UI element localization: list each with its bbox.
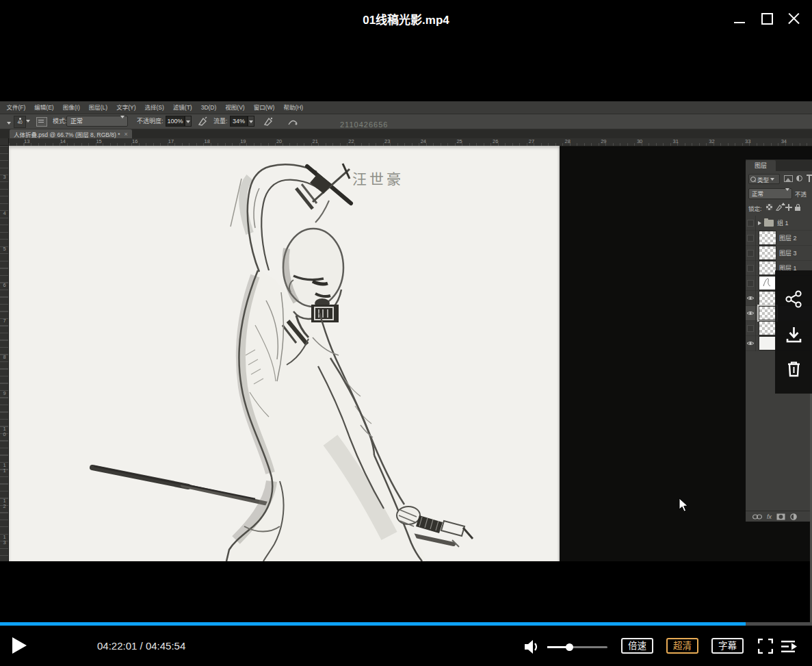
mask-icon[interactable]	[776, 513, 785, 520]
lock-position-icon[interactable]	[785, 204, 792, 211]
ruler-left-number: 11	[1, 462, 8, 473]
panel-toggle-icon[interactable]	[36, 117, 47, 127]
document-tab[interactable]: 人体折叠.psd @ 66.7% (图层 8, RGB/8) * ×	[10, 129, 132, 138]
mouse-cursor-icon	[679, 498, 690, 513]
mode-select[interactable]: 正常	[66, 116, 128, 127]
menu-item-7[interactable]: 3D(D)	[196, 101, 221, 114]
menu-item-3[interactable]: 图层(L)	[84, 101, 112, 114]
signature-text: 汪世豪	[352, 171, 404, 188]
eye-icon[interactable]	[746, 306, 756, 321]
menu-item-6[interactable]: 滤镜(T)	[168, 101, 196, 114]
flow-field[interactable]: 34%	[230, 116, 248, 127]
close-icon[interactable]	[785, 10, 803, 27]
ruler-left-number: 10	[1, 426, 8, 437]
lock-all-icon[interactable]	[795, 204, 800, 211]
menu-item-9[interactable]: 窗口(W)	[249, 101, 279, 114]
picture-filter-icon[interactable]	[784, 175, 793, 182]
filter-type-select[interactable]: 类型	[748, 174, 780, 184]
menu-item-4[interactable]: 文字(Y)	[112, 101, 140, 114]
eye-well[interactable]	[746, 276, 756, 291]
eye-well[interactable]	[746, 216, 756, 231]
tab-layers[interactable]: 图层	[746, 160, 776, 171]
eye-well[interactable]	[746, 246, 756, 261]
layer-thumbnail[interactable]	[759, 336, 776, 350]
lock-transparent-icon[interactable]	[766, 204, 772, 210]
volume-knob[interactable]	[566, 643, 573, 651]
layer-row-0[interactable]: 组 1	[746, 216, 812, 231]
trash-icon[interactable]	[785, 359, 803, 378]
opacity-field[interactable]: 100%	[166, 116, 185, 127]
eye-well[interactable]	[746, 321, 756, 336]
flow-label: 流量:	[213, 114, 228, 129]
ruler-top-number: 29	[601, 138, 606, 144]
layer-thumbnail[interactable]	[759, 291, 776, 305]
ruler-left-number: 3	[1, 174, 8, 179]
pressure-icon[interactable]	[287, 116, 298, 127]
adjustment-filter-icon[interactable]	[796, 175, 802, 181]
flow-arrow-icon[interactable]	[248, 116, 254, 127]
menu-item-8[interactable]: 视图(V)	[221, 101, 249, 114]
eye-well[interactable]	[746, 261, 756, 276]
subtitles-button[interactable]: 字幕	[711, 638, 744, 654]
menu-item-10[interactable]: 帮助(H)	[279, 101, 308, 114]
fullscreen-icon[interactable]	[758, 639, 773, 654]
folder-icon	[764, 220, 774, 227]
opacity-arrow-icon[interactable]	[185, 116, 192, 127]
link-icon[interactable]	[752, 514, 762, 520]
tab-close-icon[interactable]: ×	[125, 131, 128, 138]
lock-image-icon[interactable]	[776, 204, 783, 211]
eye-icon[interactable]	[746, 291, 756, 306]
ruler-top-number: 33	[745, 138, 750, 144]
fx-icon[interactable]: fx	[767, 513, 772, 520]
layer-thumbnail[interactable]	[759, 306, 776, 320]
opacity-label: 不透明度:	[137, 114, 163, 129]
airbrush-icon[interactable]	[263, 116, 274, 127]
group-caret-icon[interactable]	[758, 221, 761, 225]
quality-button[interactable]: 超清	[666, 638, 698, 654]
volume-icon[interactable]	[524, 639, 542, 654]
download-icon[interactable]	[785, 325, 803, 344]
layer-thumbnail[interactable]	[759, 231, 776, 245]
volume-slider[interactable]	[547, 646, 607, 648]
layer-thumbnail[interactable]	[759, 261, 776, 275]
tool-preset-icon[interactable]	[1, 117, 11, 126]
layers-filter-row: 类型	[746, 172, 812, 186]
search-icon	[750, 177, 756, 182]
playlist-icon[interactable]	[781, 640, 798, 653]
layer-row-2[interactable]: 图层 3	[746, 246, 812, 261]
blend-mode-select[interactable]: 正常	[748, 188, 792, 199]
ruler-left-number: 9	[1, 390, 8, 396]
share-icon[interactable]	[785, 290, 803, 308]
menu-item-1[interactable]: 编辑(E)	[30, 101, 58, 114]
adjustment-icon[interactable]	[790, 513, 797, 520]
maximize-icon[interactable]	[758, 10, 776, 27]
eye-well[interactable]	[746, 231, 756, 246]
overlay-action-rail	[775, 270, 812, 394]
ruler-left-number: 5	[1, 246, 8, 251]
canvas-sketch: 汪世豪	[9, 146, 560, 561]
time-separator: /	[137, 640, 146, 652]
ps-menubar: 文件(F)编辑(E)图像(I)图层(L)文字(Y)选择(S)滤镜(T)3D(D)…	[0, 101, 812, 114]
menu-item-5[interactable]: 选择(S)	[140, 101, 168, 114]
layer-thumbnail[interactable]	[759, 321, 776, 335]
ruler-corner	[0, 138, 9, 146]
brush-size-picker[interactable]: 40	[14, 116, 26, 128]
minimize-icon[interactable]	[731, 10, 748, 27]
eye-icon[interactable]	[746, 336, 756, 351]
time-display: 04:22:01 / 04:45:54	[97, 626, 185, 666]
menu-item-2[interactable]: 图像(I)	[58, 101, 84, 114]
layer-thumbnail[interactable]	[759, 246, 776, 260]
speed-button[interactable]: 倍速	[621, 638, 653, 654]
layer-thumbnail[interactable]	[759, 276, 776, 290]
play-icon[interactable]	[12, 637, 27, 654]
brush-size-arrow-icon[interactable]	[26, 120, 30, 123]
ruler-top-number: 16	[132, 138, 137, 144]
type-filter-icon[interactable]	[807, 175, 812, 182]
duration: 04:45:54	[146, 640, 185, 652]
ruler-left: 345678910111213	[0, 146, 9, 561]
airbrush-icon[interactable]	[197, 116, 208, 127]
ps-canvas[interactable]: 汪世豪	[9, 146, 560, 561]
layer-row-1[interactable]: 图层 2	[746, 231, 812, 246]
menu-item-0[interactable]: 文件(F)	[2, 101, 30, 114]
ruler-top-number: 31	[673, 138, 679, 144]
